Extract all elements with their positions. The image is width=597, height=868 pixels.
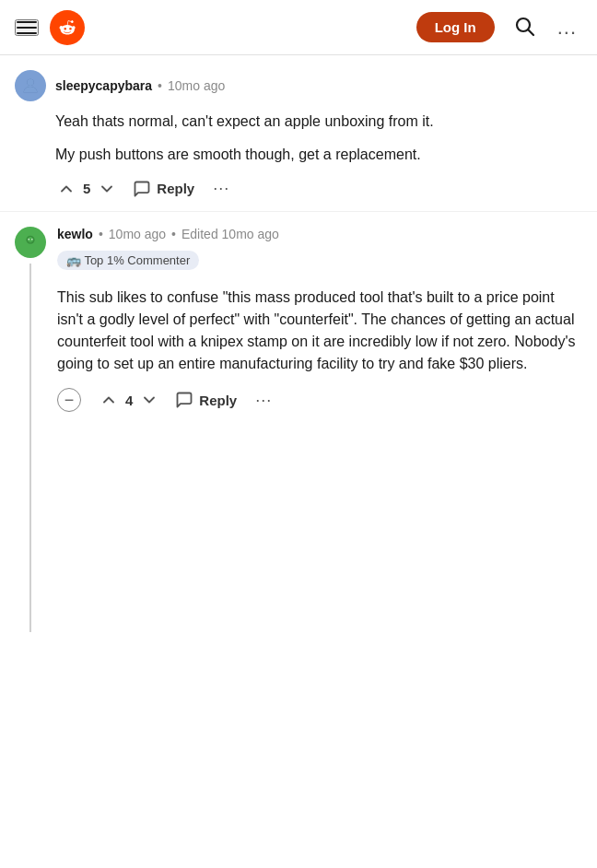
comment-text-2: My push buttons are smooth though, get a… bbox=[55, 144, 582, 166]
comment-username: kewlo bbox=[57, 227, 93, 241]
vote-count: 5 bbox=[83, 181, 90, 196]
reply-label: Reply bbox=[157, 181, 194, 196]
upvote-icon bbox=[57, 180, 76, 198]
vote-group: 5 bbox=[55, 178, 118, 200]
search-icon bbox=[513, 15, 535, 37]
comment-time: 10mo ago bbox=[109, 227, 166, 241]
reply-button[interactable]: Reply bbox=[133, 178, 194, 200]
comments-list: sleepycapybara • 10mo ago Yeah thats nor… bbox=[0, 55, 597, 639]
avatar bbox=[15, 70, 46, 101]
reddit-logo[interactable] bbox=[50, 10, 85, 45]
comment-actions: − 4 bbox=[57, 388, 582, 416]
reply-button[interactable]: Reply bbox=[175, 389, 237, 411]
login-button[interactable]: Log In bbox=[416, 12, 495, 42]
downvote-icon bbox=[140, 391, 158, 409]
comment-more-button[interactable]: ··· bbox=[252, 389, 275, 412]
flair-badge: 🚌 Top 1% Commenter bbox=[57, 251, 199, 270]
search-button[interactable] bbox=[509, 11, 539, 43]
reply-label: Reply bbox=[199, 393, 237, 408]
nested-comment-wrapper: kewlo • 10mo ago • Edited 10mo ago 🚌 Top… bbox=[0, 212, 597, 639]
collapse-icon: − bbox=[64, 392, 75, 408]
comment-body: This sub likes to confuse "this mass pro… bbox=[57, 287, 582, 375]
upvote-button[interactable] bbox=[98, 389, 120, 411]
comment-separator-2: • bbox=[171, 227, 176, 241]
comment-separator: • bbox=[99, 227, 103, 241]
reply-icon bbox=[133, 180, 151, 198]
avatar bbox=[15, 227, 46, 258]
header-right: Log In ... bbox=[416, 11, 582, 43]
collapse-button[interactable]: − bbox=[57, 388, 81, 412]
comment-header: kewlo • 10mo ago • Edited 10mo ago bbox=[57, 227, 582, 241]
svg-point-4 bbox=[27, 79, 33, 86]
comment-body: Yeah thats normal, can't expect an apple… bbox=[55, 111, 582, 166]
comment-text-1: This sub likes to confuse "this mass pro… bbox=[57, 287, 582, 375]
more-options-button[interactable]: ... bbox=[554, 14, 580, 41]
downvote-button[interactable] bbox=[138, 389, 160, 411]
vote-group: 4 bbox=[98, 389, 160, 411]
svg-point-7 bbox=[28, 239, 29, 240]
comment-username: sleepycapybara bbox=[55, 78, 152, 93]
comment-time: 10mo ago bbox=[168, 78, 225, 93]
comment-meta: sleepycapybara • 10mo ago bbox=[55, 78, 225, 93]
hamburger-menu-button[interactable] bbox=[15, 19, 39, 36]
comment-more-button[interactable]: ··· bbox=[209, 177, 233, 200]
vote-count: 4 bbox=[125, 393, 133, 408]
app-header: Log In ... bbox=[0, 0, 597, 55]
comment-text-1: Yeah thats normal, can't expect an apple… bbox=[55, 111, 582, 133]
comment-edited: Edited 10mo ago bbox=[181, 227, 279, 241]
comment-header: sleepycapybara • 10mo ago bbox=[15, 70, 582, 101]
svg-point-8 bbox=[31, 239, 32, 240]
comment-item: sleepycapybara • 10mo ago Yeah thats nor… bbox=[0, 55, 597, 212]
downvote-button[interactable] bbox=[96, 178, 118, 200]
comment-meta: kewlo • 10mo ago • Edited 10mo ago bbox=[57, 227, 279, 241]
upvote-button[interactable] bbox=[55, 178, 77, 200]
reply-icon bbox=[175, 391, 193, 409]
downvote-icon bbox=[98, 180, 116, 198]
header-left bbox=[15, 10, 85, 45]
svg-line-2 bbox=[528, 30, 533, 36]
upvote-icon bbox=[100, 391, 118, 409]
comment-actions: 5 Reply ··· bbox=[55, 177, 582, 204]
comment-separator: • bbox=[158, 78, 162, 93]
